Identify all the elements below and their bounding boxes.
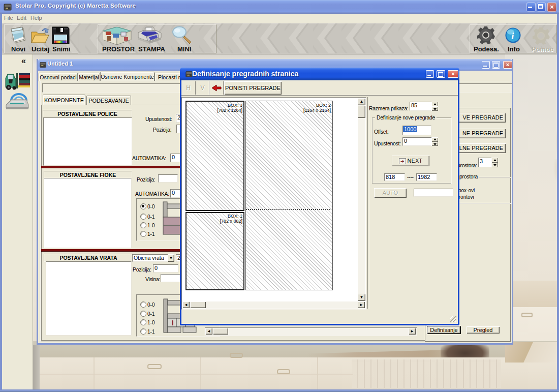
svg-text:i: i	[511, 31, 514, 41]
